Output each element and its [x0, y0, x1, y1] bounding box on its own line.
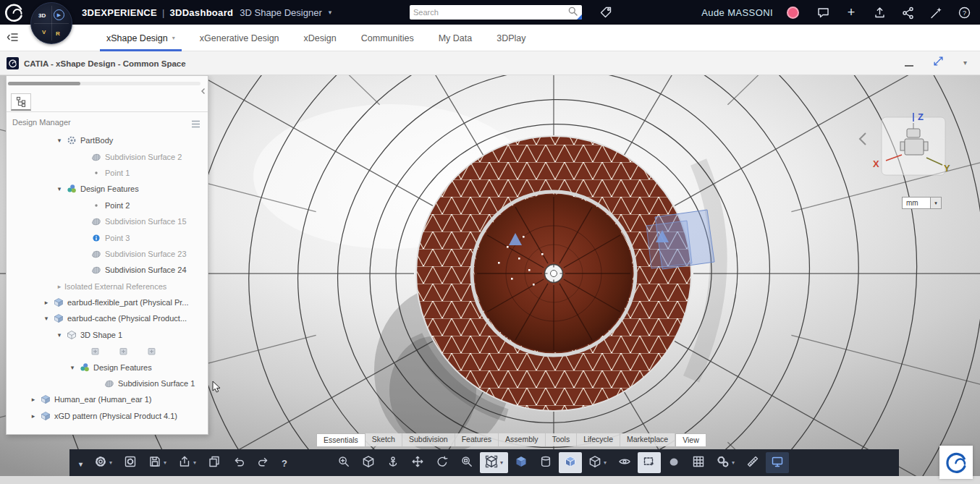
pan-button[interactable] [406, 452, 429, 473]
caret-down-icon[interactable]: ▾ [164, 459, 166, 466]
tree-item-xgd-pattern-physical-product-4-1[interactable]: ▸xGD pattern (Physical Product 4.1) [7, 408, 207, 424]
tree-item-design-features[interactable]: ▾Design Features [7, 181, 207, 197]
tree-item-isolated-external-references[interactable]: ▸Isolated External References [7, 279, 207, 294]
clipboard-button[interactable] [203, 452, 226, 473]
full-frame-button[interactable] [766, 452, 789, 473]
earbud-model[interactable] [416, 136, 691, 411]
tree-item-point-3[interactable]: Point 3 [7, 229, 207, 245]
tab-xdesign[interactable]: xDesign [292, 25, 349, 51]
view-mode-button[interactable]: ▾ [480, 452, 508, 473]
user-name[interactable]: Aude MASSONI [701, 7, 773, 18]
expand-arrow-icon[interactable]: ▾ [54, 331, 64, 339]
upload-icon[interactable] [872, 5, 887, 20]
app-title[interactable]: 3D Shape Designer [240, 7, 321, 18]
shading-cylinder-button[interactable] [534, 452, 557, 473]
zoom-area-button[interactable] [455, 452, 478, 473]
units-caret-icon[interactable]: ▾ [931, 197, 942, 209]
wand-icon[interactable] [929, 5, 943, 20]
search-box[interactable] [410, 5, 582, 20]
panel-collapse-icon[interactable] [200, 85, 207, 98]
tree-item-design-features[interactable]: ▾Design Features [7, 359, 207, 375]
caret-down-icon[interactable]: ▾ [109, 459, 112, 466]
tag-icon[interactable] [599, 5, 613, 20]
tree-item-human-ear-human-ear-1[interactable]: ▸Human_ear (Human_ear 1) [7, 391, 207, 407]
save-button[interactable]: ▾ [143, 452, 172, 473]
tree-item-earbud-cache-physical-product[interactable]: ▾earbud-cache (Physical Product... [7, 310, 207, 326]
units-value[interactable]: mm [902, 197, 931, 209]
tree-item-subdivision-surface-1[interactable]: Subdivision Surface 1 [7, 375, 207, 391]
clay-mode-button[interactable] [662, 452, 685, 473]
help-button[interactable]: ? [276, 452, 292, 473]
wireframe-button[interactable]: ▾ [583, 452, 612, 473]
tree-item-subdivision-surface-15[interactable]: Subdivision Surface 15 [7, 213, 207, 229]
result-icon[interactable] [90, 346, 101, 356]
expand-arrow-icon[interactable]: ▾ [54, 137, 64, 144]
overflow-button[interactable]: ▾ [74, 452, 88, 473]
ribbon-tab-lifecycle[interactable]: Lifecycle [577, 433, 620, 446]
expand-arrow-icon[interactable]: ▸ [28, 412, 38, 420]
ribbon-tab-sketch[interactable]: Sketch [366, 433, 402, 446]
expand-arrow-icon[interactable]: ▸ [54, 283, 64, 290]
app-caret-icon[interactable]: ▾ [329, 9, 332, 16]
rotate-button[interactable] [431, 452, 454, 473]
brand-3ddashboard[interactable]: 3DDashboard [169, 7, 233, 18]
rep-icon[interactable] [147, 346, 158, 356]
tab-xshape-design[interactable]: xShape Design▾ [94, 25, 187, 51]
units-dropdown[interactable]: mm ▾ [902, 197, 942, 209]
tree-item-earbud-flexible-part-physical-pr[interactable]: ▸earbud-flexible_part (Physical Pr... [7, 294, 207, 310]
3dcompass[interactable]: 3D ▶ V R [30, 2, 72, 44]
measure-button[interactable] [741, 452, 764, 473]
perspective-button[interactable] [613, 452, 636, 473]
ribbon-tab-essentials[interactable]: Essentials [316, 433, 366, 446]
iso-view-button[interactable] [357, 452, 380, 473]
panel-hscrollbar-thumb[interactable] [8, 82, 80, 85]
grid-display-button[interactable] [687, 452, 710, 473]
ribbon-tab-assembly[interactable]: Assembly [499, 433, 546, 446]
ribbon-tab-features[interactable]: Features [455, 433, 499, 446]
expand-arrow-icon[interactable]: ▸ [41, 299, 51, 306]
tab-communities[interactable]: Communities [349, 25, 426, 51]
tab-xgenerative-design[interactable]: xGenerative Design [187, 25, 292, 51]
ribbon-tab-view[interactable]: View [675, 433, 706, 446]
shading-button[interactable] [510, 452, 533, 473]
ribbon-tab-subdivision[interactable]: Subdivision [402, 433, 455, 446]
tree-item-3d-shape-1[interactable]: ▾3D Shape 1 [7, 327, 207, 343]
expand-arrow-icon[interactable]: ▾ [54, 185, 64, 192]
add-icon[interactable]: + [844, 5, 858, 20]
expand-arrow-icon[interactable]: ▸ [28, 396, 38, 403]
options-button[interactable] [119, 452, 142, 473]
tree-item-subdivision-surface-24[interactable]: Subdivision Surface 24 [7, 262, 207, 278]
panel-menu-icon[interactable] [191, 118, 200, 131]
shading-edges-button[interactable] [559, 452, 582, 473]
panel-toggle-icon[interactable] [6, 30, 20, 47]
zoom-in-button[interactable] [332, 452, 355, 473]
representation-icons-row[interactable] [7, 343, 207, 359]
expand-arrow-icon[interactable]: ▾ [41, 315, 51, 322]
fit-all-button[interactable] [381, 452, 405, 473]
expand-arrow-icon[interactable]: ▾ [67, 364, 77, 371]
search-input[interactable] [413, 8, 567, 17]
tree-item-partbody[interactable]: ▾PartBody [7, 132, 207, 148]
tree-view-tab[interactable] [11, 93, 31, 111]
redo-button[interactable] [252, 452, 275, 473]
undo-button[interactable] [227, 452, 250, 473]
minimize-icon[interactable] [905, 65, 913, 67]
tree-item-subdivision-surface-2[interactable]: Subdivision Surface 2 [7, 148, 207, 164]
preferences-button[interactable]: ▾ [711, 452, 740, 473]
compass-3d-label[interactable]: 3D [38, 12, 46, 19]
caret-down-icon[interactable]: ▾ [193, 459, 196, 466]
resize-icon[interactable] [932, 55, 945, 70]
collapse-chevron-icon[interactable]: ▾ [963, 59, 967, 67]
compass-r-label[interactable]: R [56, 30, 60, 37]
share-export-button[interactable]: ▾ [173, 452, 201, 473]
caret-down-icon[interactable]: ▾ [732, 459, 735, 466]
3ds-logo-icon[interactable] [3, 1, 25, 26]
axis-icon[interactable] [119, 346, 130, 356]
rotation-center-widget[interactable] [545, 265, 563, 283]
share-icon[interactable] [900, 5, 915, 20]
help-icon[interactable]: ? [957, 5, 971, 20]
caret-down-icon[interactable]: ▾ [500, 459, 503, 466]
tree-item-point-1[interactable]: Point 1 [7, 165, 207, 181]
user-avatar[interactable] [787, 7, 799, 19]
ribbon-tab-tools[interactable]: Tools [546, 433, 578, 446]
